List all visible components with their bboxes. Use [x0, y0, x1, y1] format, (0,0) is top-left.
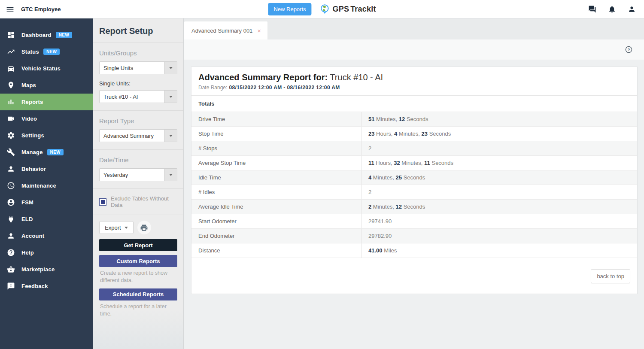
row-value: 41.00 Miles — [361, 243, 637, 258]
row-label: Drive Time — [191, 112, 361, 126]
single-units-select[interactable]: Truck #10 - AI — [99, 90, 177, 103]
single-units-value: Truck #10 - AI — [100, 91, 164, 103]
exclude-tables-checkbox[interactable] — [99, 198, 106, 206]
report-type-value: Advanced Summary — [100, 130, 164, 142]
sidebar-item-label: Dashboard — [21, 32, 52, 38]
date-time-value: Yesterday — [100, 169, 164, 181]
table-row: End Odometer29782.90 — [191, 229, 637, 243]
row-value: 2 — [361, 141, 637, 155]
brand-text: GPSTrackit — [333, 5, 376, 14]
get-report-button[interactable]: Get Report — [99, 239, 177, 251]
sidebar-item-reports[interactable]: Reports — [0, 94, 93, 110]
sidebar-item-video[interactable]: Video — [0, 110, 93, 127]
chevron-down-icon[interactable] — [164, 62, 177, 74]
date-time-section: Date/Time Yesterday — [93, 150, 183, 189]
date-time-select[interactable]: Yesterday — [99, 168, 177, 181]
units-groups-select[interactable]: Single Units — [99, 61, 177, 74]
report-title: Advanced Summary Report for: Truck #10 -… — [198, 73, 630, 82]
sidebar-item-fsm[interactable]: FSM — [0, 194, 93, 211]
chevron-down-icon[interactable] — [164, 130, 177, 142]
feedback-icon — [7, 282, 15, 290]
sidebar-item-settings[interactable]: Settings — [0, 127, 93, 144]
totals-table-header: Totals — [191, 96, 637, 112]
scheduled-reports-help-text: Schedule a report for a later time. — [100, 303, 176, 318]
person-circle-icon — [7, 198, 15, 206]
sidebar-item-label: Help — [21, 249, 34, 256]
sidebar-item-label: Maintenance — [21, 182, 56, 189]
sidebar-item-manage[interactable]: ManageNEW — [0, 144, 93, 161]
sidebar-item-feedback[interactable]: Feedback — [0, 278, 93, 294]
back-to-top-button[interactable]: back to top — [591, 269, 630, 283]
sidebar-item-maintenance[interactable]: Maintenance — [0, 177, 93, 194]
chevron-down-icon — [125, 227, 128, 229]
custom-reports-help-text: Create a new report to show different da… — [100, 270, 176, 284]
tab-advanced-summary-001[interactable]: Advanced Summary 001 × — [184, 21, 267, 39]
sidebar-item-vehicle-status[interactable]: Vehicle Status — [0, 60, 93, 77]
help-circle-icon — [7, 249, 15, 257]
sidebar-item-behavior[interactable]: Behavior — [0, 161, 93, 177]
gpstrackit-logo: GPSTrackit — [320, 3, 376, 15]
timer-icon — [7, 182, 15, 190]
sidebar-item-label: Marketplace — [21, 266, 55, 273]
globe-pin-icon — [320, 3, 330, 15]
table-row: Average Idle Time2 Minutes, 12 Seconds — [191, 200, 637, 214]
hamburger-menu-icon[interactable] — [6, 5, 15, 14]
help-question-icon[interactable]: ? — [625, 46, 632, 53]
sidebar-item-status[interactable]: StatusNEW — [0, 43, 93, 60]
basket-icon — [7, 265, 15, 273]
tab-label: Advanced Summary 001 — [191, 27, 252, 34]
panel-actions: Export Get Report Custom Reports Create … — [93, 215, 183, 322]
print-button[interactable] — [137, 221, 151, 234]
svg-text:?: ? — [628, 48, 630, 52]
export-button[interactable]: Export — [99, 221, 134, 234]
new-reports-button[interactable]: New Reports — [268, 3, 311, 15]
sidebar-item-dashboard[interactable]: DashboardNEW — [0, 27, 93, 43]
report-header: Advanced Summary Report for: Truck #10 -… — [191, 67, 637, 96]
sidebar-item-label: Manage — [21, 149, 43, 155]
totals-table-body: Drive Time51 Minutes, 12 SecondsStop Tim… — [191, 112, 637, 258]
row-value: 11 Hours, 32 Minutes, 11 Seconds — [361, 156, 637, 170]
row-value: 23 Hours, 4 Minutes, 23 Seconds — [361, 127, 637, 141]
row-value: 4 Minutes, 25 Seconds — [361, 170, 637, 185]
sidebar-item-marketplace[interactable]: Marketplace — [0, 261, 93, 278]
row-value: 29741.90 — [361, 214, 637, 228]
report-type-label: Report Type — [99, 117, 177, 124]
bell-icon[interactable] — [608, 5, 616, 13]
sidebar-item-help[interactable]: Help — [0, 244, 93, 261]
export-label: Export — [105, 225, 121, 231]
video-camera-icon — [7, 115, 15, 123]
tab-close-icon[interactable]: × — [257, 27, 261, 34]
scheduled-reports-button[interactable]: Scheduled Reports — [99, 288, 177, 300]
row-value: 51 Minutes, 12 Seconds — [361, 112, 637, 126]
report-toolbar: ? — [184, 39, 644, 60]
chevron-down-icon[interactable] — [164, 91, 177, 103]
custom-reports-button[interactable]: Custom Reports — [99, 255, 177, 267]
new-badge: NEW — [56, 32, 72, 38]
row-value: 29782.90 — [361, 229, 637, 243]
sidebar-item-label: Video — [21, 115, 37, 122]
row-label: Distance — [191, 243, 361, 258]
sidebar-item-eld[interactable]: ELD — [0, 211, 93, 228]
exclude-tables-label: Exclude Tables Without Data — [111, 195, 177, 208]
trend-icon — [7, 48, 15, 56]
new-badge: NEW — [47, 149, 64, 155]
sidebar-item-label: Vehicle Status — [21, 65, 61, 72]
table-row: Average Stop Time11 Hours, 32 Minutes, 1… — [191, 156, 637, 170]
user-profile-icon[interactable] — [628, 5, 636, 13]
wrench-icon — [7, 148, 15, 156]
date-range: Date Range:08/15/2022 12:00 AM - 08/16/2… — [198, 85, 630, 91]
sidebar: DashboardNEWStatusNEWVehicle StatusMapsR… — [0, 18, 93, 349]
person-icon — [7, 232, 15, 240]
gear-icon — [7, 131, 15, 140]
units-groups-label: Units/Groups — [99, 49, 177, 57]
sidebar-item-label: Reports — [21, 99, 43, 105]
date-range-value: 08/15/2022 12:00 AM - 08/16/2022 12:00 A… — [229, 85, 340, 91]
plug-icon — [7, 215, 15, 223]
exclude-tables-checkbox-row[interactable]: Exclude Tables Without Data — [93, 189, 183, 215]
sidebar-item-maps[interactable]: Maps — [0, 77, 93, 94]
chevron-down-icon[interactable] — [164, 169, 177, 181]
report-type-select[interactable]: Advanced Summary — [99, 129, 177, 142]
date-time-label: Date/Time — [99, 156, 177, 164]
sidebar-item-account[interactable]: Account — [0, 228, 93, 244]
chat-icon[interactable] — [588, 5, 596, 13]
